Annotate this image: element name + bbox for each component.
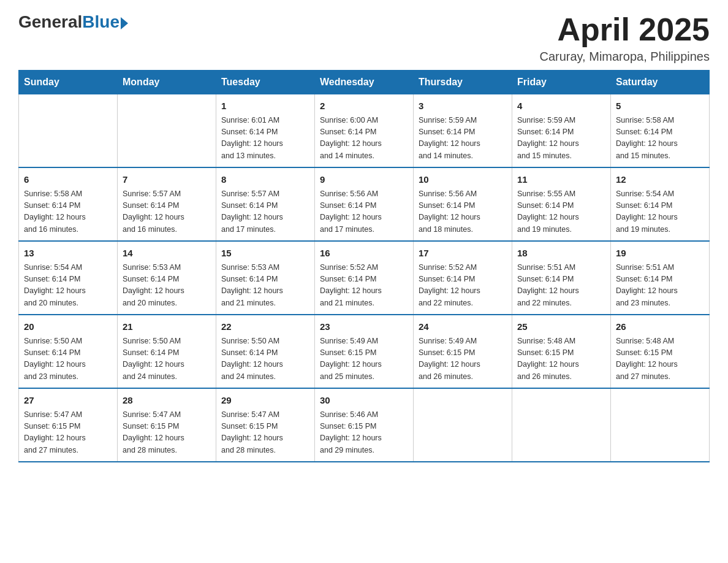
day-info: Sunrise: 5:57 AM Sunset: 6:14 PM Dayligh…: [123, 188, 211, 236]
calendar-cell: 17Sunrise: 5:52 AM Sunset: 6:14 PM Dayli…: [414, 241, 512, 315]
day-info: Sunrise: 5:56 AM Sunset: 6:14 PM Dayligh…: [320, 188, 408, 236]
day-number: 18: [517, 247, 605, 261]
day-info: Sunrise: 5:54 AM Sunset: 6:14 PM Dayligh…: [616, 188, 704, 236]
day-info: Sunrise: 5:47 AM Sunset: 6:15 PM Dayligh…: [221, 409, 309, 457]
day-number: 9: [320, 173, 408, 187]
calendar-cell: 5Sunrise: 5:58 AM Sunset: 6:14 PM Daylig…: [611, 94, 710, 168]
day-number: 17: [419, 247, 507, 261]
calendar-cell: [414, 388, 512, 462]
day-number: 19: [616, 247, 704, 261]
day-number: 21: [123, 320, 211, 334]
day-number: 1: [221, 99, 309, 113]
day-number: 20: [24, 320, 112, 334]
column-header-sunday: Sunday: [19, 71, 118, 94]
calendar-cell: 1Sunrise: 6:01 AM Sunset: 6:14 PM Daylig…: [216, 94, 315, 168]
calendar-cell: 15Sunrise: 5:53 AM Sunset: 6:14 PM Dayli…: [216, 241, 315, 315]
calendar-week-row: 20Sunrise: 5:50 AM Sunset: 6:14 PM Dayli…: [19, 315, 710, 388]
day-info: Sunrise: 5:49 AM Sunset: 6:15 PM Dayligh…: [419, 335, 507, 383]
logo: General Blue: [18, 12, 128, 32]
day-info: Sunrise: 5:50 AM Sunset: 6:14 PM Dayligh…: [221, 335, 309, 383]
column-header-tuesday: Tuesday: [216, 71, 315, 94]
calendar-cell: [118, 94, 216, 168]
day-info: Sunrise: 5:57 AM Sunset: 6:14 PM Dayligh…: [221, 188, 309, 236]
day-number: 4: [517, 99, 605, 113]
day-info: Sunrise: 5:58 AM Sunset: 6:14 PM Dayligh…: [24, 188, 112, 236]
calendar-cell: 4Sunrise: 5:59 AM Sunset: 6:14 PM Daylig…: [512, 94, 611, 168]
calendar-cell: 7Sunrise: 5:57 AM Sunset: 6:14 PM Daylig…: [118, 167, 216, 241]
day-number: 24: [419, 320, 507, 334]
day-info: Sunrise: 5:51 AM Sunset: 6:14 PM Dayligh…: [616, 262, 704, 310]
day-info: Sunrise: 5:48 AM Sunset: 6:15 PM Dayligh…: [517, 335, 605, 383]
calendar-cell: 20Sunrise: 5:50 AM Sunset: 6:14 PM Dayli…: [19, 315, 118, 388]
day-number: 12: [616, 173, 704, 187]
title-section: April 2025 Caruray, Mimaropa, Philippine…: [539, 12, 710, 64]
day-info: Sunrise: 5:47 AM Sunset: 6:15 PM Dayligh…: [123, 409, 211, 457]
calendar-cell: 8Sunrise: 5:57 AM Sunset: 6:14 PM Daylig…: [216, 167, 315, 241]
location-subtitle: Caruray, Mimaropa, Philippines: [539, 50, 710, 64]
day-info: Sunrise: 5:59 AM Sunset: 6:14 PM Dayligh…: [517, 115, 605, 163]
calendar-cell: 29Sunrise: 5:47 AM Sunset: 6:15 PM Dayli…: [216, 388, 315, 462]
calendar-week-row: 27Sunrise: 5:47 AM Sunset: 6:15 PM Dayli…: [19, 388, 710, 462]
day-info: Sunrise: 5:56 AM Sunset: 6:14 PM Dayligh…: [419, 188, 507, 236]
day-number: 6: [24, 173, 112, 187]
day-info: Sunrise: 6:01 AM Sunset: 6:14 PM Dayligh…: [221, 115, 309, 163]
day-info: Sunrise: 5:53 AM Sunset: 6:14 PM Dayligh…: [221, 262, 309, 310]
calendar-cell: 13Sunrise: 5:54 AM Sunset: 6:14 PM Dayli…: [19, 241, 118, 315]
calendar-cell: 2Sunrise: 6:00 AM Sunset: 6:14 PM Daylig…: [315, 94, 414, 168]
logo-blue-part: Blue: [82, 12, 128, 32]
day-number: 29: [221, 394, 309, 408]
calendar-week-row: 13Sunrise: 5:54 AM Sunset: 6:14 PM Dayli…: [19, 241, 710, 315]
day-info: Sunrise: 5:50 AM Sunset: 6:14 PM Dayligh…: [24, 335, 112, 383]
calendar-cell: 21Sunrise: 5:50 AM Sunset: 6:14 PM Dayli…: [118, 315, 216, 388]
calendar-cell: 30Sunrise: 5:46 AM Sunset: 6:15 PM Dayli…: [315, 388, 414, 462]
calendar-cell: [611, 388, 710, 462]
day-number: 28: [123, 394, 211, 408]
logo-general-text: General: [18, 12, 82, 32]
calendar-cell: 26Sunrise: 5:48 AM Sunset: 6:15 PM Dayli…: [611, 315, 710, 388]
day-info: Sunrise: 5:52 AM Sunset: 6:14 PM Dayligh…: [419, 262, 507, 310]
calendar-cell: 3Sunrise: 5:59 AM Sunset: 6:14 PM Daylig…: [414, 94, 512, 168]
calendar-cell: 16Sunrise: 5:52 AM Sunset: 6:14 PM Dayli…: [315, 241, 414, 315]
day-number: 30: [320, 394, 408, 408]
page-header: General Blue April 2025 Caruray, Mimarop…: [18, 12, 710, 64]
day-info: Sunrise: 5:51 AM Sunset: 6:14 PM Dayligh…: [517, 262, 605, 310]
day-info: Sunrise: 5:58 AM Sunset: 6:14 PM Dayligh…: [616, 115, 704, 163]
column-header-thursday: Thursday: [414, 71, 512, 94]
day-info: Sunrise: 5:50 AM Sunset: 6:14 PM Dayligh…: [123, 335, 211, 383]
calendar-cell: 14Sunrise: 5:53 AM Sunset: 6:14 PM Dayli…: [118, 241, 216, 315]
day-number: 8: [221, 173, 309, 187]
calendar-cell: [512, 388, 611, 462]
calendar-cell: 19Sunrise: 5:51 AM Sunset: 6:14 PM Dayli…: [611, 241, 710, 315]
column-header-saturday: Saturday: [611, 71, 710, 94]
day-number: 16: [320, 247, 408, 261]
calendar-cell: 24Sunrise: 5:49 AM Sunset: 6:15 PM Dayli…: [414, 315, 512, 388]
day-number: 14: [123, 247, 211, 261]
day-number: 26: [616, 320, 704, 334]
day-number: 27: [24, 394, 112, 408]
day-info: Sunrise: 5:53 AM Sunset: 6:14 PM Dayligh…: [123, 262, 211, 310]
day-info: Sunrise: 5:49 AM Sunset: 6:15 PM Dayligh…: [320, 335, 408, 383]
day-number: 3: [419, 99, 507, 113]
day-info: Sunrise: 5:46 AM Sunset: 6:15 PM Dayligh…: [320, 409, 408, 457]
day-info: Sunrise: 5:48 AM Sunset: 6:15 PM Dayligh…: [616, 335, 704, 383]
day-number: 2: [320, 99, 408, 113]
day-number: 5: [616, 99, 704, 113]
day-number: 25: [517, 320, 605, 334]
day-info: Sunrise: 5:52 AM Sunset: 6:14 PM Dayligh…: [320, 262, 408, 310]
day-number: 22: [221, 320, 309, 334]
column-header-monday: Monday: [118, 71, 216, 94]
calendar-cell: 25Sunrise: 5:48 AM Sunset: 6:15 PM Dayli…: [512, 315, 611, 388]
day-info: Sunrise: 5:47 AM Sunset: 6:15 PM Dayligh…: [24, 409, 112, 457]
calendar-cell: 22Sunrise: 5:50 AM Sunset: 6:14 PM Dayli…: [216, 315, 315, 388]
calendar-cell: 11Sunrise: 5:55 AM Sunset: 6:14 PM Dayli…: [512, 167, 611, 241]
calendar-cell: 23Sunrise: 5:49 AM Sunset: 6:15 PM Dayli…: [315, 315, 414, 388]
day-info: Sunrise: 5:54 AM Sunset: 6:14 PM Dayligh…: [24, 262, 112, 310]
day-info: Sunrise: 5:55 AM Sunset: 6:14 PM Dayligh…: [517, 188, 605, 236]
day-number: 10: [419, 173, 507, 187]
logo-blue-text: Blue: [82, 12, 119, 32]
day-number: 23: [320, 320, 408, 334]
day-number: 13: [24, 247, 112, 261]
calendar-cell: 28Sunrise: 5:47 AM Sunset: 6:15 PM Dayli…: [118, 388, 216, 462]
calendar-cell: 18Sunrise: 5:51 AM Sunset: 6:14 PM Dayli…: [512, 241, 611, 315]
calendar-cell: 12Sunrise: 5:54 AM Sunset: 6:14 PM Dayli…: [611, 167, 710, 241]
